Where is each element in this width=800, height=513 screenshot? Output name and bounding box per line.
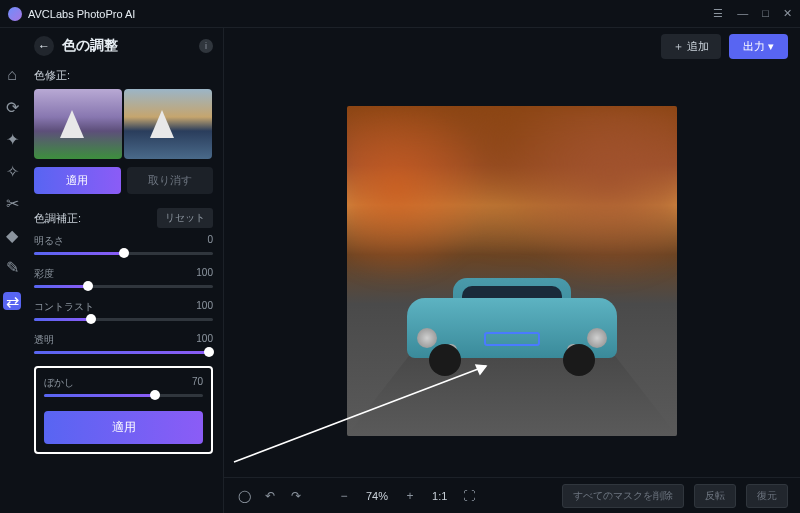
saturation-slider[interactable]: 彩度100 — [34, 267, 213, 288]
redo-icon[interactable]: ↷ — [288, 488, 304, 504]
aspect-ratio[interactable]: 1:1 — [432, 490, 447, 502]
opacity-label: 透明 — [34, 333, 54, 347]
reset-button[interactable]: リセット — [157, 208, 213, 228]
maximize-button[interactable]: □ — [762, 7, 769, 20]
drop-icon[interactable]: ◆ — [5, 228, 19, 242]
crop-icon[interactable]: ✂ — [5, 196, 19, 210]
panel-title: 色の調整 — [62, 37, 191, 55]
preview-image — [347, 106, 677, 436]
sparkle-icon[interactable]: ✦ — [5, 132, 19, 146]
undo-colorfix-button[interactable]: 取り消す — [127, 167, 214, 194]
back-button[interactable]: ← — [34, 36, 54, 56]
opacity-value: 100 — [196, 333, 213, 347]
brightness-label: 明るさ — [34, 234, 64, 248]
side-panel: ← 色の調整 i 色修正: 適用 取り消す 色調補正: リセット 明るさ0 彩度… — [24, 28, 224, 513]
close-button[interactable]: ✕ — [783, 7, 792, 20]
titlebar: AVCLabs PhotoPro AI ☰ — □ ✕ — [0, 0, 800, 28]
saturation-value: 100 — [196, 267, 213, 281]
preview-before[interactable] — [34, 89, 122, 159]
zoom-in-button[interactable]: + — [402, 488, 418, 504]
contrast-slider[interactable]: コントラスト100 — [34, 300, 213, 321]
zoom-level: 74% — [366, 490, 388, 502]
fit-icon[interactable]: ⛶ — [461, 488, 477, 504]
adjust-icon[interactable]: ⇄ — [3, 292, 21, 310]
undo-icon[interactable]: ↶ — [262, 488, 278, 504]
info-icon[interactable]: i — [199, 39, 213, 53]
apply-tone-button[interactable]: 適用 — [44, 411, 203, 444]
blur-highlight-box: ぼかし70 適用 — [34, 366, 213, 454]
app-title: AVCLabs PhotoPro AI — [28, 8, 713, 20]
tool-rail: ⌂ ⟳ ✦ ✧ ✂ ◆ ✎ ⇄ — [0, 28, 24, 513]
viewport[interactable] — [224, 64, 800, 477]
blur-value: 70 — [192, 376, 203, 390]
tone-label: 色調補正: — [34, 211, 81, 226]
delete-masks-button[interactable]: すべてのマスクを削除 — [562, 484, 684, 508]
contrast-label: コントラスト — [34, 300, 94, 314]
restore-button[interactable]: 復元 — [746, 484, 788, 508]
apply-colorfix-button[interactable]: 適用 — [34, 167, 121, 194]
color-fix-label: 色修正: — [34, 68, 213, 83]
wand-icon[interactable]: ✧ — [5, 164, 19, 178]
brightness-value: 0 — [207, 234, 213, 248]
bottom-toolbar: ◯ ↶ ↷ − 74% + 1:1 ⛶ すべてのマスクを削除 反転 復元 — [224, 477, 800, 513]
lasso-icon[interactable]: ◯ — [236, 488, 252, 504]
app-logo-icon — [8, 7, 22, 21]
edit-icon[interactable]: ✎ — [5, 260, 19, 274]
brightness-slider[interactable]: 明るさ0 — [34, 234, 213, 255]
minimize-button[interactable]: — — [737, 7, 748, 20]
invert-button[interactable]: 反転 — [694, 484, 736, 508]
canvas-area: ＋ 追加 出力 ▾ — [224, 28, 800, 513]
add-button[interactable]: ＋ 追加 — [661, 34, 721, 59]
selection-marker — [484, 332, 540, 346]
contrast-value: 100 — [196, 300, 213, 314]
blur-slider[interactable]: ぼかし70 — [44, 376, 203, 397]
home-icon[interactable]: ⌂ — [5, 68, 19, 82]
zoom-out-button[interactable]: − — [336, 488, 352, 504]
enhance-icon[interactable]: ⟳ — [5, 100, 19, 114]
preview-after[interactable] — [124, 89, 212, 159]
opacity-slider[interactable]: 透明100 — [34, 333, 213, 354]
menu-icon[interactable]: ☰ — [713, 7, 723, 20]
saturation-label: 彩度 — [34, 267, 54, 281]
output-button[interactable]: 出力 ▾ — [729, 34, 788, 59]
blur-label: ぼかし — [44, 376, 74, 390]
